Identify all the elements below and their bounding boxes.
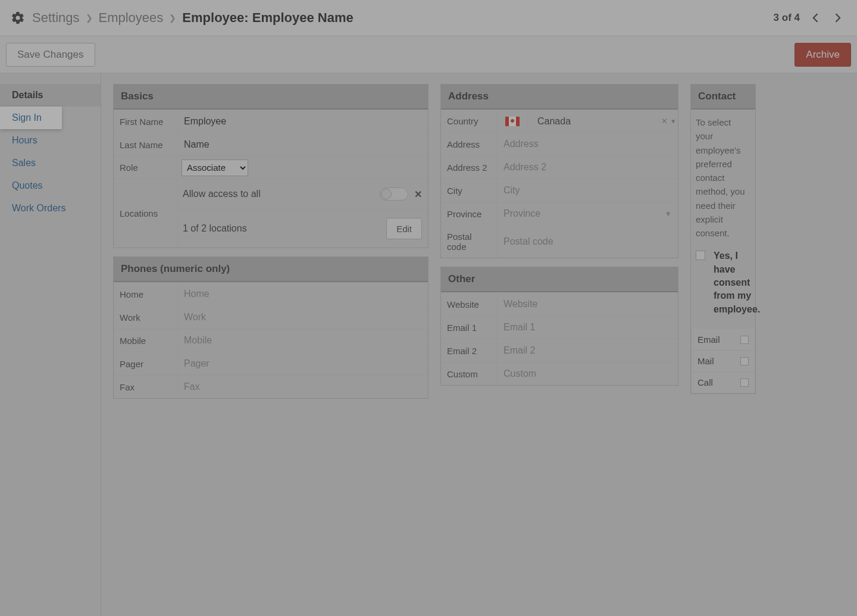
country-select[interactable]: Canada ✕▾ [498,111,678,132]
canada-flag-icon [503,115,521,127]
sidebar-item-details[interactable]: Details [0,84,101,107]
phone-pager-label: Pager [114,352,177,375]
allow-access-label: Allow access to all [183,189,380,199]
postal-input[interactable] [501,233,674,251]
phone-work-label: Work [114,306,177,329]
phones-heading: Phones (numeric only) [114,257,428,282]
consent-label: Yes, I have consent from my employee. [714,249,760,316]
first-name-input[interactable] [182,112,424,130]
address-heading: Address [441,85,678,110]
province-label: Province [441,202,497,225]
svg-rect-0 [505,117,509,126]
chevron-right-icon: ❯ [169,13,176,23]
last-name-label: Last Name [114,133,177,156]
mail-checkbox[interactable] [740,357,749,365]
address-input[interactable] [501,135,674,153]
contact-method-call: Call [691,372,755,393]
sidebar-item-quotes[interactable]: Quotes [0,174,101,197]
call-checkbox[interactable] [740,379,749,387]
action-bar: Save Changes Archive [0,36,857,73]
role-select[interactable]: Associate [182,160,248,176]
contact-heading: Contact [691,85,755,110]
address-panel: Address Country Canada ✕▾ Address Addres… [440,84,678,258]
country-label: Country [441,110,497,132]
phone-home-input[interactable] [182,285,424,303]
consent-checkbox[interactable] [696,251,705,260]
gear-icon [11,11,25,25]
city-label: City [441,179,497,202]
email-checkbox[interactable] [740,336,749,344]
phone-fax-label: Fax [114,376,177,398]
chevron-down-icon: ▾ [666,208,671,219]
postal-label: Postal code [441,226,497,258]
phone-mobile-label: Mobile [114,329,177,352]
phone-fax-input[interactable] [182,378,424,396]
svg-rect-2 [516,117,520,126]
topbar: Settings ❯ Employees ❯ Employee: Employe… [0,0,857,36]
address2-input[interactable] [501,158,674,176]
website-input[interactable] [501,295,674,313]
allow-access-toggle[interactable]: ··· [380,187,408,201]
record-pager: 3 of 4 [774,5,846,30]
sidebar-item-signin[interactable]: Sign In [0,107,62,129]
phones-panel: Phones (numeric only) Home Work Mobile P… [113,257,428,399]
phone-pager-input[interactable] [182,355,424,373]
basics-heading: Basics [114,85,428,110]
sidebar-item-sales[interactable]: Sales [0,152,101,174]
contact-panel: Contact To select your employee's prefer… [690,84,756,394]
locations-label: Locations [114,179,177,248]
role-label: Role [114,157,177,179]
phone-home-label: Home [114,283,177,305]
contact-description: To select your employee's preferred cont… [696,115,750,240]
contact-method-email: Email [691,329,755,351]
basics-panel: Basics First Name Last Name Role Associa… [113,84,428,248]
website-label: Website [441,293,497,315]
province-select[interactable] [501,205,666,223]
locations-summary: 1 of 2 locations [183,223,386,234]
pager-next-button[interactable] [828,5,846,30]
breadcrumb-current: Employee: Employee Name [182,10,353,26]
breadcrumb-employees[interactable]: Employees [99,10,164,26]
contact-method-mail: Mail [691,351,755,372]
breadcrumb-settings[interactable]: Settings [32,10,80,26]
chevron-right-icon: ❯ [86,13,93,23]
sidebar-item-hours[interactable]: Hours [0,129,101,152]
pager-prev-button[interactable] [807,5,825,30]
save-button[interactable]: Save Changes [6,43,95,67]
sidebar: Details Sign In Hours Sales Quotes Work … [0,73,101,616]
email1-label: Email 1 [441,316,497,339]
clear-icon[interactable]: ✕ [661,117,668,126]
other-heading: Other [441,267,678,292]
address2-label: Address 2 [441,156,497,179]
archive-button[interactable]: Archive [795,43,851,67]
first-name-label: First Name [114,110,177,133]
city-input[interactable] [501,182,674,199]
custom-label: Custom [441,362,497,385]
address-label: Address [441,133,497,155]
close-icon[interactable]: ✕ [414,189,422,200]
last-name-input[interactable] [182,136,424,154]
phone-mobile-input[interactable] [182,332,424,349]
custom-input[interactable] [501,365,674,383]
pager-text: 3 of 4 [774,12,800,24]
phone-work-input[interactable] [182,308,424,326]
email2-input[interactable] [501,342,674,359]
sidebar-item-work-orders[interactable]: Work Orders [0,197,101,220]
country-value: Canada [527,111,661,132]
other-panel: Other Website Email 1 Email 2 Custom [440,267,678,386]
email1-input[interactable] [501,318,674,336]
email2-label: Email 2 [441,339,497,362]
edit-locations-button[interactable]: Edit [386,218,422,239]
chevron-down-icon[interactable]: ▾ [671,117,675,126]
